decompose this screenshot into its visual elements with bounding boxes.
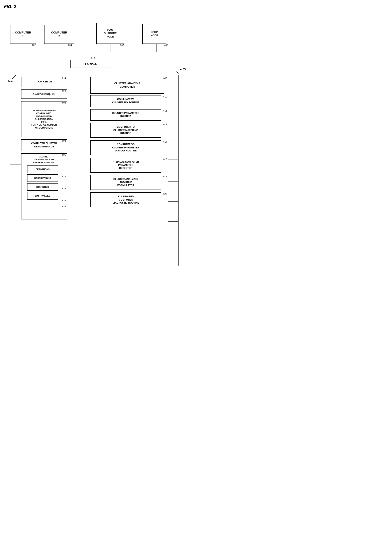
system-business-label: SYSTEM & BUSINESS CONFIG. INFO. AND INDU…	[31, 109, 57, 129]
computer-to-cluster-label: COMPUTER TO CLUSTER MATCHING ROUTINE	[113, 126, 138, 135]
cluster-def-box: CLUSTERDEFINITIONS ANDREPRESENTATIONS: D…	[21, 153, 67, 219]
cluster-def-ref: 606	[62, 154, 66, 156]
analyzer-sql-box: ANALYZER SQL DB	[21, 89, 67, 99]
computer-to-cluster-ref: 612	[163, 123, 167, 126]
computer-vs-box: COMPUTER VS CLUSTER PARAMETER DISPLAY RO…	[90, 140, 161, 155]
firewall-ref: 210	[91, 57, 95, 59]
left-group-ref: 240 ↙	[8, 80, 14, 83]
hao-ref: 207	[120, 44, 124, 46]
diagram-ref: ► 200	[180, 68, 186, 70]
svg-line-28	[174, 70, 179, 74]
tracker-db-label: TRACKER DB	[36, 80, 52, 83]
tracker-db-box: TRACKER DB	[21, 77, 67, 87]
cluster-analysis-ref: 608	[163, 77, 167, 79]
computer1-ref: 202	[32, 44, 36, 46]
computer-vs-label: COMPUTER VS CLUSTER PARAMETER DISPLAY RO…	[112, 143, 139, 152]
computer-cluster-ref: 604	[62, 140, 66, 142]
statistics-box: STATISTICS	[27, 183, 58, 191]
computer2-box: COMPUTER 2	[44, 25, 74, 44]
computer2-ref: 204	[68, 44, 72, 46]
diagram: COMPUTER 1 202 COMPUTER 2 204 HAO SUPPOR…	[4, 13, 192, 273]
rule-based-ref: 620	[163, 193, 167, 195]
limit-values-ref: 626	[62, 199, 66, 202]
hao-box: HAO SUPPORT NODE	[96, 23, 124, 44]
computer1-box: COMPUTER 1	[10, 25, 36, 44]
atypical-ref: 616	[163, 158, 167, 160]
fig-title: FIG. 2	[4, 4, 192, 9]
computer-to-cluster-box: COMPUTER TO CLUSTER MATCHING ROUTINE	[90, 123, 161, 138]
definitions-box: DEFINITIONS	[27, 165, 58, 173]
definitions-label: DEFINITIONS	[36, 168, 50, 171]
limit-values-box: LIMIT VALUES	[27, 192, 58, 200]
atypical-box: ATYPICAL COMPUTER PARAMETER DETECTOR	[90, 158, 161, 173]
descriptions-label: DESCRIPTIONS	[34, 177, 51, 180]
computer-cluster-label: COMPUTER CLUSTER ASSIGNMENT DB	[31, 142, 57, 148]
cluster-analyzer-ref: 618	[163, 175, 167, 178]
system-business-ref: 602	[62, 101, 66, 104]
limit-values-ref2: 628	[62, 205, 66, 208]
system-business-box: SYSTEM & BUSINESS CONFIG. INFO. AND INDU…	[21, 101, 67, 137]
spop-ref: 408	[164, 44, 168, 46]
spop-box: SPOP NODE	[142, 24, 166, 44]
rule-based-label: RULE-BASED COMPUTER DIAGNOSTIC ROUTINE	[112, 195, 139, 205]
analyzer-sql-label: ANALYZER SQL DB	[33, 93, 56, 96]
conjunctive-box: CONJUNCTIVE CLUSTERING ROUTINE	[90, 95, 161, 107]
tracker-db-ref: 214	[62, 77, 66, 79]
spop-label: SPOP NODE	[151, 30, 158, 37]
cluster-analyzer-label: CLUSTER ANALYZER AND RULE FORMULATOR	[113, 178, 138, 187]
descriptions-ref: 622	[62, 175, 66, 178]
limit-values-label: LIMIT VALUES	[35, 194, 50, 197]
cluster-param-ref: 611	[163, 109, 167, 112]
hao-label: HAO SUPPORT NODE	[104, 28, 117, 38]
conjunctive-ref: 610	[163, 95, 167, 98]
cluster-analysis-label: CLUSTER ANALYSIS COMPUTER	[114, 82, 140, 89]
firewall-label: FIREWALL	[84, 62, 97, 66]
atypical-label: ATYPICAL COMPUTER PARAMETER DETECTOR	[113, 160, 139, 170]
cluster-analysis-box: CLUSTER ANALYSIS COMPUTER	[90, 77, 164, 94]
statistics-label: STATISTICS	[36, 186, 49, 188]
computer2-label: COMPUTER 2	[51, 31, 67, 38]
statistics-ref: 624	[62, 187, 66, 190]
svg-line-30	[12, 75, 16, 79]
computer1-label: COMPUTER 1	[15, 31, 31, 38]
computer-cluster-box: COMPUTER CLUSTER ASSIGNMENT DB	[21, 139, 67, 151]
cluster-analyzer-box: CLUSTER ANALYZER AND RULE FORMULATOR	[90, 175, 161, 190]
computer-vs-ref: 614	[163, 141, 167, 143]
descriptions-box: DESCRIPTIONS	[27, 174, 58, 182]
analyzer-sql-ref: 526	[62, 90, 66, 92]
cluster-param-box: CLUSTER PARAMETER ROUTINE	[90, 109, 161, 121]
rule-based-box: RULE-BASED COMPUTER DIAGNOSTIC ROUTINE	[90, 192, 161, 207]
firewall-box: FIREWALL	[70, 60, 110, 68]
conjunctive-label: CONJUNCTIVE CLUSTERING ROUTINE	[112, 98, 139, 104]
cluster-param-label: CLUSTER PARAMETER ROUTINE	[112, 112, 139, 118]
cluster-def-title: CLUSTERDEFINITIONS ANDREPRESENTATIONS:	[23, 155, 65, 164]
